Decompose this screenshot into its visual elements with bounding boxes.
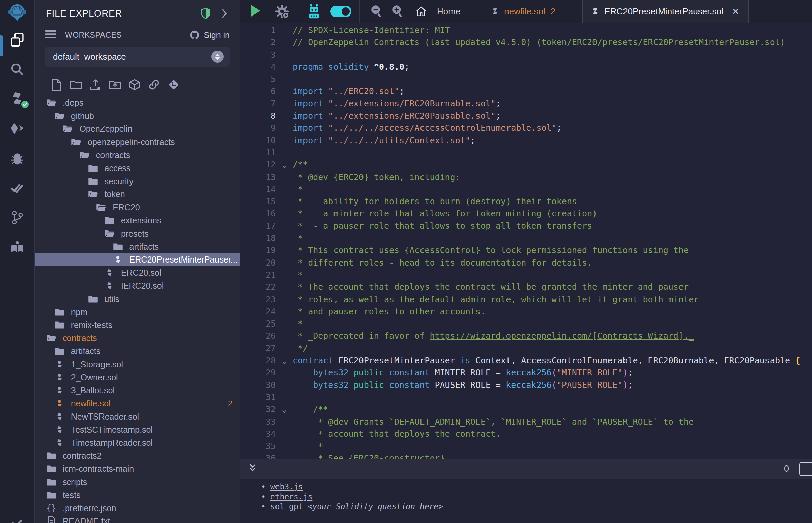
tree-item[interactable]: access: [35, 162, 240, 175]
tree-item-label: ERC20PresetMinterPauser...: [129, 255, 238, 265]
tree-item[interactable]: newfile.sol2: [35, 397, 240, 410]
tree-item[interactable]: NewTSReader.sol: [35, 410, 240, 423]
close-tab-icon[interactable]: ✕: [732, 6, 740, 17]
remix-logo-icon[interactable]: [0, 0, 34, 25]
tree-item[interactable]: contracts: [35, 331, 240, 345]
terminal-listen-checkbox[interactable]: [799, 462, 812, 476]
home-icon: [416, 6, 427, 17]
editor-column: Home newfile.sol 2 ERC20PresetMinterPaus…: [240, 0, 812, 523]
tree-item[interactable]: TestSCTimestamp.sol: [35, 423, 240, 436]
terminal-panel: 0 • web3.js• ethers.js• sol-gpt <your So…: [240, 459, 812, 523]
sign-in-button[interactable]: Sign in: [189, 30, 230, 40]
code-line: 22 * The account that deploys the contra…: [240, 281, 812, 293]
line-number: 19: [240, 244, 276, 256]
tree-item[interactable]: icm-contracts-main: [35, 462, 240, 475]
tree-item[interactable]: 3_Ballot.sol: [35, 384, 240, 397]
shield-icon[interactable]: [201, 8, 211, 19]
link-icon[interactable]: [148, 78, 160, 91]
zoom-out-icon[interactable]: [370, 4, 383, 19]
upload-file-icon[interactable]: [89, 78, 102, 91]
sidebar-item-solidity-compiler[interactable]: [0, 84, 34, 114]
tree-item[interactable]: artifacts: [35, 345, 240, 358]
zoom-in-icon[interactable]: [391, 4, 404, 19]
tree-item[interactable]: ERC20: [35, 201, 240, 214]
solidity-file-icon: [491, 7, 499, 16]
terminal-link[interactable]: ethers.js: [270, 492, 313, 501]
code-text: * and pauser roles to other accounts.: [293, 306, 486, 318]
code-text: *: [293, 232, 303, 244]
terminal-link[interactable]: web3.js: [270, 482, 303, 491]
tab-erc20-preset-minter-pauser[interactable]: ERC20PresetMinterPauser.sol ✕: [582, 0, 748, 23]
tree-item[interactable]: scripts: [35, 475, 240, 489]
solidity-file-icon: [592, 7, 599, 16]
upload-folder-icon[interactable]: [109, 78, 121, 91]
tree-item[interactable]: ERC20.sol: [35, 266, 240, 279]
terminal-expand-icon[interactable]: [248, 463, 258, 475]
tree-item-label: remix-tests: [71, 320, 112, 330]
tree-item[interactable]: openzeppelin-contracts: [35, 136, 240, 149]
hamburger-menu-icon[interactable]: [45, 30, 56, 40]
terminal-line: • web3.js: [261, 482, 812, 492]
new-folder-icon[interactable]: [69, 78, 82, 91]
tree-item[interactable]: 1_Storage.sol: [35, 358, 240, 371]
git-clone-icon[interactable]: [167, 78, 180, 91]
line-number: 26: [240, 330, 276, 342]
ai-copilot-toggle[interactable]: [331, 6, 351, 17]
tree-item[interactable]: OpenZeppelin: [35, 123, 240, 136]
sol-icon: [54, 425, 66, 434]
tree-item[interactable]: utils: [35, 292, 240, 306]
tree-item[interactable]: 2_Owner.sol: [35, 371, 240, 384]
tree-item[interactable]: presets: [35, 227, 240, 240]
tree-item[interactable]: contracts: [35, 149, 240, 162]
script-config-gear-icon[interactable]: [275, 4, 289, 19]
tree-item[interactable]: tests: [35, 489, 240, 502]
new-file-icon[interactable]: [50, 78, 63, 91]
sidebar-item-git[interactable]: [0, 203, 34, 233]
tab-newfile-label: newfile.sol: [504, 6, 545, 17]
sidebar-item-search[interactable]: [0, 55, 34, 84]
tree-item[interactable]: remix-tests: [35, 319, 240, 332]
line-number: 22: [240, 281, 276, 293]
terminal-hint: Type the library name to see available c…: [261, 522, 812, 523]
tree-item-label: 3_Ballot.sol: [71, 385, 114, 395]
tree-item[interactable]: token: [35, 188, 240, 201]
tree-item[interactable]: extensions: [35, 214, 240, 227]
code-line: 4pragma solidity ^0.8.0;: [240, 61, 812, 73]
sidebar-item-unit-testing[interactable]: [0, 173, 34, 203]
fold-chevron-icon[interactable]: ⌄: [276, 355, 293, 367]
workspace-select[interactable]: default_workspace: [45, 47, 230, 67]
tree-item[interactable]: TimestampReader.sol: [35, 436, 240, 450]
tab-newfile[interactable]: newfile.sol 2: [482, 0, 564, 23]
tree-item[interactable]: security: [35, 175, 240, 188]
fold-chevron-icon[interactable]: ⌄: [276, 159, 293, 171]
tree-item[interactable]: .deps: [35, 96, 240, 109]
tab-home[interactable]: Home: [404, 0, 469, 23]
tree-item[interactable]: README.txt: [35, 515, 240, 523]
code-text: * @dev {ERC20} token, including:: [293, 171, 460, 183]
run-script-button[interactable]: [249, 4, 262, 19]
code-editor[interactable]: 1// SPDX-License-Identifier: MIT2// Open…: [240, 23, 812, 459]
code-text: bytes32 public constant MINTER_ROLE = ke…: [293, 367, 633, 379]
folder-open-icon: [54, 112, 66, 120]
code-line: 35 *: [240, 440, 812, 452]
terminal-line: • sol-gpt <your Solidity question here>: [261, 502, 812, 512]
tree-item[interactable]: artifacts: [35, 240, 240, 253]
fold-chevron-icon[interactable]: ⌄: [276, 403, 293, 415]
sidebar-item-debugger[interactable]: [0, 144, 34, 173]
tree-item[interactable]: IERC20.sol: [35, 279, 240, 292]
tree-item[interactable]: contracts2: [35, 450, 240, 463]
sidebar-item-file-explorer[interactable]: [0, 25, 34, 55]
tree-item[interactable]: npm: [35, 306, 240, 319]
tree-item[interactable]: ERC20PresetMinterPauser...: [35, 253, 240, 267]
line-number: 33: [240, 416, 276, 428]
import-box-icon[interactable]: [128, 78, 141, 91]
sidebar-item-more[interactable]: [0, 514, 34, 523]
workspaces-row: WORKSPACES Sign in: [35, 27, 240, 43]
terminal-listen-count: 0: [784, 464, 789, 474]
tree-item[interactable]: github: [35, 109, 240, 123]
chevron-right-icon[interactable]: [220, 8, 228, 19]
sidebar-item-deploy-run[interactable]: [0, 114, 34, 144]
tree-item[interactable]: {}.prettierrc.json: [35, 502, 240, 515]
sidebar-item-learneth[interactable]: [0, 233, 34, 262]
line-number: 9: [240, 122, 276, 134]
